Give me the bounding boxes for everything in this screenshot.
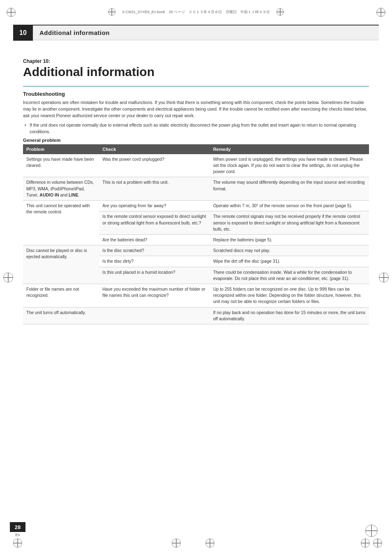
problem-cell: The unit turns off automatically. — [23, 307, 99, 324]
col-problem: Problem — [23, 144, 99, 154]
chapter-label: Chapter 10: — [23, 58, 369, 64]
table-row: Disc cannot be played or disc is ejected… — [23, 245, 369, 256]
reg-mark-bottom-center-left — [172, 539, 181, 548]
reg-mark-bottom-left — [13, 539, 22, 548]
remedy-cell: Operate within 7 m, 30° of the remote se… — [210, 201, 369, 211]
reg-mark-bottom-right-2 — [373, 539, 382, 548]
bottom-left-area: 28 En — [10, 522, 25, 548]
bottom-center-marks — [172, 539, 214, 548]
chapter-title: Additional information — [23, 65, 369, 79]
bottom-right-area — [361, 525, 382, 548]
problem-cell: Difference in volume between CDs, MP3, W… — [23, 177, 99, 201]
reg-mark-side-left — [3, 273, 13, 282]
page-number-box: 28 En — [10, 522, 25, 537]
check-cell: Was the power cord unplugged? — [99, 154, 210, 177]
remedy-cell: Replace the batteries (page 5). — [210, 234, 369, 245]
page-number: 28 — [10, 522, 25, 532]
reg-mark-inner-left — [108, 8, 115, 16]
table-row: The unit turns off automatically. If no … — [23, 307, 369, 324]
check-cell: Is the disc dirty? — [99, 256, 210, 267]
check-cell: Is the disc scratched? — [99, 245, 210, 256]
remedy-cell: Wipe the dirt off the disc (page 31). — [210, 256, 369, 267]
page: X-CM31_SYXE8_En.book 28 ページ ２０１３年４月８日 月曜… — [0, 0, 392, 555]
troubleshooting-body: Incorrect operations are often mistaken … — [23, 99, 369, 119]
remedy-cell: The volume may sound differently dependi… — [210, 177, 369, 201]
check-cell: Are you operating from far away? — [99, 201, 210, 211]
remedy-cell: If no play back and no operation has don… — [210, 307, 369, 324]
reg-mark-side-right — [379, 273, 389, 282]
problem-cell: Folder or file names are not recognized. — [23, 284, 99, 308]
check-cell: Have you exceeded the maximum number of … — [99, 284, 210, 308]
reg-mark-bottom-right-1 — [361, 539, 370, 548]
reg-mark-top-right — [376, 8, 385, 17]
page-language: En — [15, 533, 20, 537]
reg-bar-top: X-CM31_SYXE8_En.book 28 ページ ２０１３年４月８日 月曜… — [0, 0, 392, 25]
table-row: Folder or file names are not recognized.… — [23, 284, 369, 308]
file-info: X-CM31_SYXE8_En.book 28 ページ ２０１３年４月８日 月曜… — [119, 9, 274, 15]
main-content: Chapter 10: Additional information Troub… — [0, 40, 392, 341]
reg-mark-bottom-center-right — [205, 539, 214, 548]
col-check: Check — [99, 144, 210, 154]
table-row: This unit cannot be operated with the re… — [23, 201, 369, 211]
table-row: Settings you have made have been cleared… — [23, 154, 369, 177]
reg-mark-top-left — [7, 8, 16, 17]
problem-cell: Disc cannot be played or disc is ejected… — [23, 245, 99, 284]
check-cell: This is not a problem with this unit. — [99, 177, 210, 201]
chapter-number: 10 — [13, 25, 33, 41]
remedy-cell: Scratched discs may not play. — [210, 245, 369, 256]
check-cell: Is this unit placed in a humid location? — [99, 267, 210, 284]
troubleshooting-bullet: If the unit does not operate normally du… — [23, 122, 369, 135]
check-cell — [99, 307, 210, 324]
section-divider — [23, 86, 369, 87]
table-header-row: Problem Check Remedy — [23, 144, 369, 154]
troubleshooting-heading: Troubleshooting — [23, 91, 369, 97]
remedy-cell: There could be condensation inside. Wait… — [210, 267, 369, 284]
reg-mark-inner-right — [277, 8, 284, 16]
problem-cell: This unit cannot be operated with the re… — [23, 201, 99, 245]
chapter-header: 10 Additional information — [13, 25, 379, 40]
table-row: Difference in volume between CDs, MP3, W… — [23, 177, 369, 201]
remedy-cell: Up to 255 folders can be recognized on o… — [210, 284, 369, 308]
remedy-cell: When power cord is unplugged, the settin… — [210, 154, 369, 177]
chapter-header-title: Additional information — [33, 29, 110, 36]
trouble-table: Problem Check Remedy Settings you have m… — [23, 144, 369, 324]
col-remedy: Remedy — [210, 144, 369, 154]
remedy-cell: The remote control signals may not be re… — [210, 211, 369, 235]
general-problem-label: General problem — [23, 138, 369, 143]
check-cell: Is the remote control sensor exposed to … — [99, 211, 210, 235]
reg-mark-bottom-right-large — [365, 525, 378, 537]
check-cell: Are the batteries dead? — [99, 234, 210, 245]
problem-cell: Settings you have made have been cleared… — [23, 154, 99, 177]
